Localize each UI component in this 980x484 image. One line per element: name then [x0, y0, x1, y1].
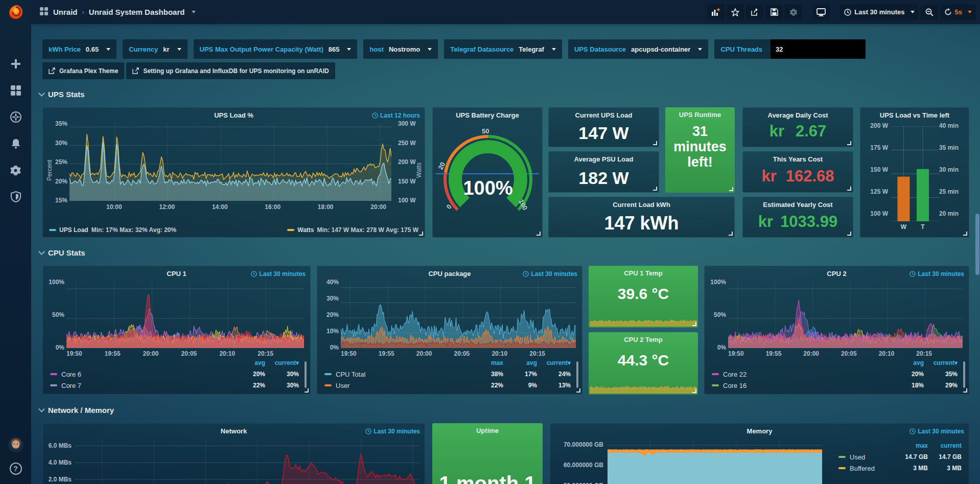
refresh-interval-label[interactable]: 5s: [955, 8, 962, 16]
link-grafana-plex-theme[interactable]: Grafana Plex Theme: [42, 62, 124, 79]
share-button[interactable]: [746, 5, 763, 20]
variable-ups-datasource[interactable]: UPS Datasourceapcupsd-container: [568, 39, 708, 59]
variable-kwh-price[interactable]: kWh Price0.65: [42, 39, 116, 59]
panel-title[interactable]: Current Load kWh: [549, 201, 734, 209]
zoom-out-button[interactable]: [921, 5, 938, 20]
panel-time-range[interactable]: Last 12 hours: [372, 112, 420, 119]
panel-title[interactable]: CPU 2 Temp: [589, 336, 698, 343]
legend-value: 22%: [470, 382, 503, 389]
panel-ups-load: UPS Load % Last 12 hours Percent Watts 3…: [42, 107, 425, 238]
legend-series-name[interactable]: UPS Load: [59, 226, 88, 234]
variable-telegraf-datasource[interactable]: Telegraf DatasourceTelegraf: [444, 39, 562, 59]
panel-title[interactable]: Memory: [550, 427, 969, 435]
cycle-view-monitor-button[interactable]: [812, 5, 830, 20]
legend-scrollbar[interactable]: [305, 361, 307, 388]
axis-tick: 19:55: [379, 350, 394, 357]
admin-shield-icon[interactable]: [9, 190, 22, 203]
section-network-memory[interactable]: Network / Memory: [39, 406, 114, 414]
breadcrumb-folder[interactable]: Unraid: [53, 8, 78, 16]
gauge-tick-50: 50: [482, 127, 489, 135]
variable-host[interactable]: hostNostromo: [363, 39, 438, 59]
scrollbar-thumb[interactable]: [975, 214, 979, 275]
star-button[interactable]: [727, 5, 744, 20]
user-avatar[interactable]: [8, 437, 24, 452]
memory-chart[interactable]: [608, 439, 822, 484]
link-ups-monitoring-guide[interactable]: Setting up Grafana and InfluxDB for UPS …: [126, 62, 335, 79]
dashboards-icon[interactable]: [9, 84, 22, 97]
legend-series-name[interactable]: Core 16: [723, 382, 890, 389]
help-icon[interactable]: ?: [10, 463, 22, 475]
legend-column-header[interactable]: current▾: [537, 359, 571, 366]
legend-row: Core 2220%35%: [710, 368, 958, 380]
panel-title[interactable]: Uptime: [432, 427, 543, 434]
page-scrollbar[interactable]: [975, 0, 980, 484]
legend-column-header[interactable]: max: [470, 359, 503, 366]
breadcrumb-dashboard[interactable]: Unraid System Dashboard: [89, 8, 185, 16]
section-ups-stats[interactable]: UPS Stats: [39, 90, 85, 99]
legend-scrollbar[interactable]: [576, 361, 578, 388]
legend-scrollbar[interactable]: [963, 361, 965, 388]
explore-compass-icon[interactable]: [9, 110, 22, 124]
cpu-threads-input[interactable]: [771, 39, 866, 59]
axis-tick: 20:10: [492, 350, 507, 357]
variable-currency[interactable]: Currencykr: [123, 39, 187, 59]
panel-title[interactable]: This Years Cost: [743, 155, 853, 163]
panel-title[interactable]: UPS Load vs Time left: [860, 111, 969, 119]
add-panel-button[interactable]: [707, 5, 725, 20]
ups-vs-time-bars-chart[interactable]: [891, 126, 939, 221]
dashboard-grid-icon[interactable]: [39, 7, 49, 18]
panel-time-range[interactable]: Last 30 minutes: [365, 428, 420, 435]
panel-time-range[interactable]: Last 30 minutes: [251, 270, 306, 278]
create-plus-icon[interactable]: [9, 57, 22, 71]
cpu-package-chart[interactable]: [341, 282, 576, 348]
cpu2-chart[interactable]: [728, 282, 963, 348]
grafana-logo[interactable]: [0, 0, 31, 24]
panel-title[interactable]: UPS Battery Charge: [433, 111, 542, 119]
legend-series-name[interactable]: Core 6: [61, 371, 231, 378]
save-button[interactable]: [765, 5, 783, 20]
panel-title[interactable]: CPU 1 Temp: [589, 269, 698, 277]
legend-column-header[interactable]: current▾: [924, 359, 958, 366]
cpu1-chart[interactable]: [66, 282, 304, 348]
axis-tick: 30%: [55, 140, 67, 147]
legend-series-name[interactable]: Watts: [297, 226, 314, 234]
legend-series-name[interactable]: Core 22: [723, 371, 890, 378]
panel-title[interactable]: Current UPS Load: [549, 111, 659, 119]
axis-tick: 19:55: [105, 350, 121, 357]
refresh-button[interactable]: 5s: [940, 5, 976, 20]
legend-column-header[interactable]: avg: [231, 359, 265, 366]
legend-marker: [324, 384, 332, 386]
axis-tick: 40 min: [939, 122, 959, 129]
time-range-picker[interactable]: Last 30 minutes: [840, 5, 918, 20]
legend-column-header[interactable]: current▾: [265, 359, 299, 366]
section-cpu-stats[interactable]: CPU Stats: [39, 248, 85, 257]
legend-series-name[interactable]: User: [336, 382, 470, 389]
axis-tick: 25 min: [939, 188, 959, 195]
axis-tick: 20:05: [181, 350, 197, 357]
panel-title[interactable]: Estimated Yearly Cost: [743, 201, 853, 209]
panel-time-range[interactable]: Last 30 minutes: [909, 270, 964, 278]
panel-title[interactable]: UPS Runtime: [665, 111, 735, 119]
panel-time-range[interactable]: Last 30 minutes: [909, 428, 964, 435]
axis-tick: 150 W: [870, 166, 888, 173]
legend-column-header[interactable]: avg: [503, 359, 537, 366]
settings-gear-button[interactable]: [785, 5, 802, 20]
legend-column-header[interactable]: current: [928, 442, 962, 449]
legend-column-header[interactable]: avg: [890, 359, 924, 366]
legend-series-name[interactable]: Used: [850, 453, 894, 461]
alerting-bell-icon[interactable]: [9, 137, 22, 150]
breadcrumb-caret-icon[interactable]: [192, 11, 196, 13]
configuration-gear-icon[interactable]: [9, 164, 22, 177]
panel-title[interactable]: Average PSU Load: [549, 155, 659, 163]
panel-title[interactable]: Average Daily Cost: [743, 111, 853, 119]
legend-series-name[interactable]: CPU Total: [336, 371, 470, 378]
legend-column-header[interactable]: max: [894, 442, 928, 449]
panel-title[interactable]: UPS Load %: [43, 111, 425, 119]
variable-ups-max-output[interactable]: UPS Max Output Power Capacity (Watt)865: [194, 39, 358, 59]
legend-series-name[interactable]: Core 7: [61, 382, 231, 389]
panel-time-range[interactable]: Last 30 minutes: [523, 270, 577, 278]
ups-load-chart[interactable]: [69, 123, 391, 201]
network-chart[interactable]: [75, 439, 419, 484]
axis-tick: 20%: [326, 311, 339, 318]
legend-series-name[interactable]: Buffered: [850, 465, 894, 472]
